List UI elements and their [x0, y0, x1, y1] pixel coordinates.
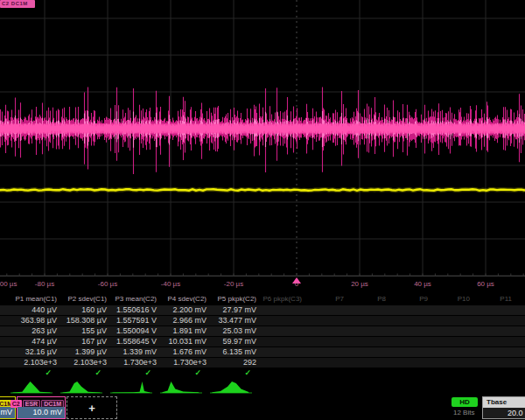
param-header-p5[interactable]: P5 pkpk(C2)	[218, 295, 256, 303]
status-check-icon: ✓	[244, 368, 251, 377]
param-value: 6.135 mV	[222, 347, 256, 356]
param-value: 292	[243, 358, 256, 367]
param-header-p2[interactable]: P2 sdev(C1)	[68, 295, 107, 303]
histicon-row	[0, 379, 525, 395]
param-value: 2.200 mV	[172, 305, 206, 314]
histicon-plot	[110, 380, 152, 394]
hd-mode-badge[interactable]: HD	[452, 397, 478, 407]
histicon-p5[interactable]	[210, 380, 252, 394]
time-axis-label: -60 µs	[91, 280, 124, 288]
histicon-plot	[60, 380, 102, 394]
param-header-p8[interactable]: P8	[377, 295, 386, 303]
volts-per-div-value: 10.0 mV	[18, 407, 65, 418]
plus-icon: +	[88, 402, 95, 415]
param-value: 1.550094 V	[116, 326, 157, 335]
descriptor-strip: + HD 12 Bits Tbase 20.0 µs DC1M10.0 mVC2…	[0, 396, 525, 420]
param-value: 1.891 mV	[172, 326, 206, 335]
channel-descriptor-c2[interactable]: C2ESRDC1M10.0 mV	[17, 396, 66, 419]
param-value: 363.98 µV	[21, 316, 57, 325]
status-check-icon: ✓	[194, 368, 201, 377]
param-value: 2.103e+3	[24, 358, 57, 367]
param-header-p1[interactable]: P1 mean(C1)	[15, 295, 57, 303]
time-axis-label: -20 µs	[217, 280, 250, 288]
table-row-background	[0, 326, 525, 337]
time-axis-label: 60 µs	[469, 280, 502, 288]
param-header-p3[interactable]: P3 mean(C2)	[115, 295, 157, 303]
param-value: 33.477 mV	[218, 316, 256, 325]
time-axis-label: -80 µs	[28, 280, 61, 288]
param-value: 2.966 mV	[172, 316, 206, 325]
status-check-icon: ✓	[144, 368, 151, 377]
param-value: 1.339 mV	[122, 347, 157, 356]
param-value: 440 µV	[32, 305, 57, 314]
param-value: 10.031 mV	[168, 337, 206, 346]
time-axis-label: 0	[280, 280, 313, 288]
status-check-icon: ✓	[45, 368, 52, 377]
volts-per-div-value: 10.0 mV	[0, 407, 15, 418]
timebase-label: Tbase	[483, 397, 525, 408]
histicon-p2[interactable]	[60, 380, 102, 394]
time-axis-label: 20 µs	[343, 280, 376, 288]
param-value: 27.97 mV	[222, 305, 256, 314]
timebase-descriptor[interactable]: Tbase 20.0 µs	[482, 396, 525, 419]
param-header-p6[interactable]: P6 pkpk(C3)	[263, 295, 302, 303]
time-axis: -100 µs-80 µs-60 µs-40 µs-20 µs020 µs40 …	[0, 276, 525, 294]
histicon-p4[interactable]	[160, 380, 202, 394]
param-value: 155 µV	[81, 326, 107, 335]
histicon-plot	[10, 380, 52, 394]
param-value: 160 µV	[81, 305, 107, 314]
trace-annotation-badge: C2 DC1M	[0, 0, 35, 8]
param-value: 1.557591 V	[116, 316, 157, 325]
histicon-p3[interactable]	[110, 380, 152, 394]
timebase-value: 20.0 µs	[483, 408, 525, 418]
table-row-background	[0, 305, 525, 316]
oscilloscope-screen: C2 DC1M -100 µs-80 µs-60 µs-40 µs-20 µs0…	[0, 0, 525, 420]
param-value: 1.399 µV	[75, 347, 107, 356]
param-header-p10[interactable]: P10	[458, 295, 470, 303]
param-value: 2.103e+3	[74, 358, 107, 367]
waveform-layer	[0, 0, 525, 276]
time-axis-label: -40 µs	[154, 280, 187, 288]
param-value: 1.730e+3	[123, 358, 157, 367]
param-value: 167 µV	[81, 337, 107, 346]
time-axis-label: -100 µs	[0, 280, 22, 288]
param-value: 32.16 µV	[25, 347, 57, 356]
measurement-table: P1 mean(C1)440 µV363.98 µV263 µV474 µV32…	[0, 294, 525, 380]
trace-c2[interactable]	[0, 88, 525, 174]
param-value: 1.550616 V	[116, 305, 157, 314]
histicon-p1[interactable]	[10, 380, 52, 394]
param-value: 1.730e+3	[173, 358, 206, 367]
table-row-background	[0, 337, 525, 347]
histicon-plot	[210, 380, 252, 394]
histicon-plot	[160, 380, 202, 394]
param-value: 263 µV	[32, 326, 57, 335]
time-axis-label: 40 µs	[406, 280, 439, 288]
trace-c1[interactable]	[0, 189, 525, 191]
resolution-label: 12 Bits	[453, 409, 474, 416]
param-header-p7[interactable]: P7	[335, 295, 344, 303]
param-value: 158.308 µV	[66, 316, 107, 325]
param-value: 59.97 mV	[222, 337, 256, 346]
status-check-icon: ✓	[94, 368, 102, 377]
param-header-p9[interactable]: P9	[419, 295, 428, 303]
param-value: 25.03 mV	[222, 326, 256, 335]
param-header-p11[interactable]: P11	[500, 295, 512, 303]
waveform-grid-area: C2 DC1M	[0, 0, 525, 276]
param-value: 1.558645 V	[116, 337, 157, 346]
param-value: 1.676 mV	[172, 347, 206, 356]
add-trace-button[interactable]: +	[66, 396, 117, 419]
param-header-p4[interactable]: P4 sdev(C2)	[168, 295, 206, 303]
param-value: 474 µV	[32, 337, 57, 346]
